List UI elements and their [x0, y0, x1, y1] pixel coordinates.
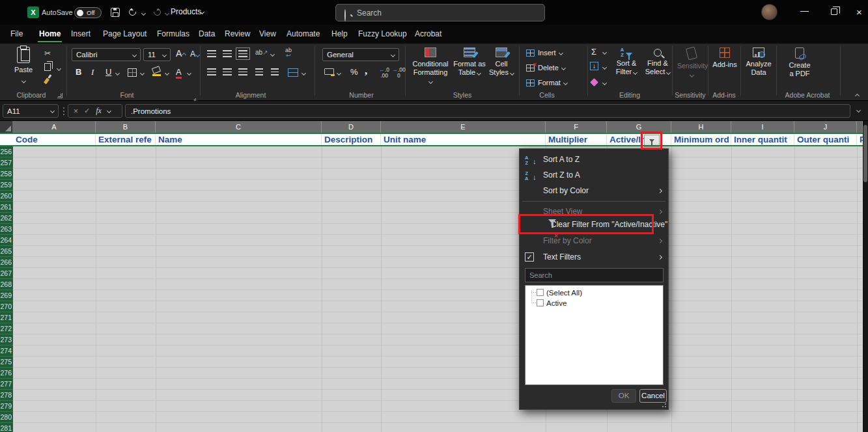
menu-item-sort-by-color[interactable]: Sort by Color	[520, 183, 668, 199]
tab-view[interactable]: View	[258, 29, 277, 42]
column-header-b[interactable]: B	[96, 121, 156, 133]
row-header[interactable]: 276	[0, 368, 13, 379]
column-header-i[interactable]: I	[731, 121, 794, 133]
column-header-e[interactable]: E	[381, 121, 546, 133]
cell-a1[interactable]: Code	[13, 134, 96, 145]
row-header[interactable]: 271	[0, 312, 13, 323]
row-header[interactable]: 261	[0, 202, 13, 213]
bottom-align-icon[interactable]	[238, 50, 247, 57]
filter-search-input[interactable]	[525, 268, 664, 282]
autosum-dropdown-chevron[interactable]	[602, 50, 607, 55]
sort-filter-button[interactable]: AZ Sort &Filter	[611, 47, 642, 76]
tab-home[interactable]: Home	[38, 29, 62, 42]
autosum-button[interactable]: Σ	[591, 47, 596, 57]
tab-page-layout[interactable]: Page Layout	[102, 29, 148, 42]
cell-styles-button[interactable]: CellStyles	[487, 47, 516, 77]
undo-dropdown-chevron[interactable]	[141, 11, 146, 16]
merge-dropdown-chevron[interactable]	[301, 71, 306, 75]
cell-j1[interactable]: Outer quanti	[794, 134, 857, 145]
row-header[interactable]: 275	[0, 357, 13, 368]
column-header-d[interactable]: D	[322, 121, 381, 133]
underline-button[interactable]: U	[105, 67, 111, 77]
column-header-h[interactable]: H	[671, 121, 731, 133]
vertical-scrollbar[interactable]	[863, 121, 868, 432]
decrease-decimal-button[interactable]: →.000	[392, 67, 406, 79]
fill-dropdown-chevron[interactable]	[602, 65, 607, 70]
tab-formulas[interactable]: Formulas	[156, 29, 191, 42]
formula-bar-expand-chevron[interactable]	[856, 108, 861, 113]
row-header[interactable]: 266	[0, 257, 13, 268]
search-box[interactable]	[335, 4, 545, 21]
align-left-icon[interactable]	[207, 68, 216, 75]
row-header[interactable]: 257	[0, 157, 13, 169]
row-header[interactable]: 274	[0, 345, 13, 357]
find-select-button[interactable]: Find &Select	[643, 47, 672, 76]
percent-style-button[interactable]: %	[350, 67, 358, 77]
grow-font-button[interactable]: A	[176, 48, 186, 59]
align-right-icon[interactable]	[238, 68, 247, 75]
clipboard-dialog-launcher[interactable]	[57, 93, 63, 98]
copy-button[interactable]	[44, 63, 51, 71]
copy-dropdown-chevron[interactable]	[57, 66, 61, 71]
tab-help[interactable]: Help	[330, 29, 349, 42]
column-header-k[interactable]	[857, 121, 863, 133]
font-size-select[interactable]: 11	[143, 48, 171, 61]
row-header[interactable]: 281	[0, 423, 13, 432]
name-box[interactable]: A11	[3, 104, 59, 118]
insert-function-icon[interactable]: fx	[96, 106, 102, 116]
row-header[interactable]: 269	[0, 290, 13, 301]
cell-h1[interactable]: Minimum ord	[671, 134, 731, 145]
clear-button[interactable]	[591, 79, 597, 85]
collapse-ribbon-chevron[interactable]	[855, 94, 860, 98]
fill-button[interactable]: ↓	[590, 62, 598, 70]
tab-automate[interactable]: Automate	[285, 29, 321, 42]
row-header[interactable]: 279	[0, 401, 13, 412]
format-as-table-button[interactable]: Format asTable	[452, 47, 487, 77]
merge-center-button[interactable]	[288, 68, 298, 77]
top-align-icon[interactable]	[207, 50, 216, 57]
tab-fuzzy-lookup[interactable]: Fuzzy Lookup	[357, 29, 408, 42]
column-header-c[interactable]: C	[156, 121, 322, 133]
cell-f1[interactable]: Multiplier	[546, 134, 607, 145]
format-painter-button[interactable]	[45, 78, 48, 84]
resize-grip[interactable]	[662, 403, 666, 407]
font-name-select[interactable]: Calibri	[72, 48, 141, 61]
row-header[interactable]: 256	[0, 146, 13, 157]
tab-file[interactable]: File	[9, 29, 24, 42]
cell-i1[interactable]: Inner quantit	[731, 134, 794, 145]
column-header-j[interactable]: J	[794, 121, 857, 133]
close-button[interactable]: ×	[856, 7, 862, 18]
row-header[interactable]: 273	[0, 334, 13, 345]
font-color-dropdown-chevron[interactable]	[187, 71, 191, 75]
tab-acrobat[interactable]: Acrobat	[413, 29, 443, 42]
fx-dropdown-chevron[interactable]	[107, 109, 111, 113]
increase-indent-icon[interactable]	[271, 68, 279, 75]
underline-dropdown-chevron[interactable]	[115, 71, 120, 75]
number-format-select[interactable]: General	[322, 48, 399, 61]
column-header-a[interactable]: A	[13, 121, 96, 133]
row-header[interactable]: 264	[0, 235, 13, 246]
font-color-button[interactable]: A	[176, 67, 182, 79]
cut-button[interactable]: ✂	[44, 49, 51, 58]
row-header[interactable]: 263	[0, 224, 13, 235]
cell-b1[interactable]: External refe	[96, 134, 156, 145]
active-checkbox[interactable]	[537, 299, 544, 306]
excel-app-icon[interactable]: X	[27, 7, 39, 18]
text-filters-checkbox[interactable]: ✓	[525, 252, 534, 262]
cell-e1[interactable]: Unit name	[381, 134, 546, 145]
align-center-icon[interactable]	[223, 68, 232, 75]
row-header[interactable]: 265	[0, 246, 13, 257]
fill-color-button[interactable]	[152, 67, 161, 76]
restore-button[interactable]	[831, 8, 837, 15]
formula-input[interactable]: .Promotions	[125, 104, 850, 118]
tab-insert[interactable]: Insert	[70, 29, 92, 42]
minimize-button[interactable]: —	[800, 6, 809, 16]
row-header[interactable]: 267	[0, 268, 13, 279]
row-header[interactable]: 258	[0, 169, 13, 180]
format-cells-button[interactable]: Format	[526, 79, 567, 87]
vertical-scrollbar-thumb[interactable]	[863, 125, 867, 182]
create-pdf-button[interactable]: Createa PDF	[784, 47, 815, 78]
orientation-dropdown-chevron[interactable]	[270, 52, 275, 57]
row-header[interactable]: 262	[0, 213, 13, 224]
delete-cells-button[interactable]: Delete	[526, 64, 565, 72]
